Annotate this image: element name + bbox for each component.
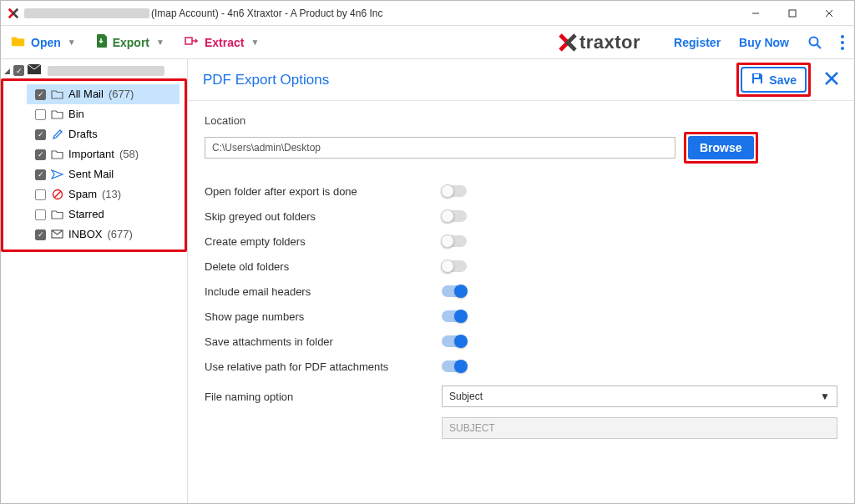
extract-icon — [185, 35, 200, 49]
folder-label: Bin — [68, 107, 84, 122]
option-toggle[interactable] — [442, 260, 467, 272]
app-logo-icon — [8, 8, 19, 19]
extract-menu[interactable]: Extract ▼ — [185, 35, 259, 49]
export-label: Export — [113, 36, 149, 49]
sent-icon — [51, 169, 63, 179]
save-button[interactable]: Save — [741, 67, 807, 93]
mail-icon — [28, 64, 41, 77]
option-toggle[interactable] — [442, 310, 467, 322]
option-toggle[interactable] — [442, 235, 467, 247]
option-toggle[interactable] — [442, 285, 467, 297]
folder-count: (13) — [102, 187, 121, 202]
option-toggle[interactable] — [442, 210, 467, 222]
option-toggle[interactable] — [442, 185, 467, 197]
search-icon[interactable] — [807, 35, 822, 50]
options-list: Open folder after export is doneSkip gre… — [205, 179, 837, 379]
window-minimize-button[interactable] — [737, 2, 774, 25]
folder-label: Drafts — [68, 127, 98, 142]
chevron-down-icon: ▼ — [156, 38, 164, 47]
svg-point-5 — [810, 37, 818, 45]
open-menu[interactable]: Open ▼ — [11, 34, 76, 50]
folder-item-starred[interactable]: Starred — [27, 204, 180, 224]
save-disk-icon — [751, 72, 764, 88]
svg-rect-12 — [754, 79, 761, 83]
folder-item-sent-mail[interactable]: ✓Sent Mail — [27, 164, 180, 184]
folder-sidebar: ◢ ✓ ✓All Mail (677)Bin✓Drafts✓Important … — [1, 59, 188, 503]
svg-rect-11 — [754, 74, 759, 78]
folder-icon — [51, 149, 63, 159]
svg-rect-4 — [185, 38, 192, 44]
brand-x-icon — [558, 33, 578, 53]
folder-label: Spam — [68, 187, 97, 202]
file-export-icon — [96, 33, 108, 51]
folder-label: Starred — [68, 207, 104, 222]
folder-count: (677) — [109, 87, 134, 102]
spam-icon — [51, 189, 63, 199]
collapse-icon: ◢ — [4, 67, 10, 75]
location-label: Location — [205, 114, 837, 127]
account-checkbox[interactable]: ✓ — [13, 65, 24, 76]
file-naming-preview — [442, 417, 837, 439]
folder-item-bin[interactable]: Bin — [27, 104, 180, 124]
option-toggle[interactable] — [442, 335, 467, 347]
register-link[interactable]: Register — [674, 36, 721, 49]
folder-checkbox[interactable]: ✓ — [35, 149, 46, 160]
folder-checkbox[interactable]: ✓ — [35, 229, 46, 240]
export-menu[interactable]: Export ▼ — [96, 33, 164, 51]
extract-label: Extract — [205, 36, 244, 49]
file-naming-value: Subject — [449, 391, 483, 402]
option-label: Include email headers — [205, 285, 442, 298]
folder-count: (677) — [107, 227, 132, 242]
folder-label: All Mail — [68, 87, 104, 102]
close-panel-button[interactable] — [824, 69, 839, 91]
inbox-icon — [51, 229, 63, 239]
account-root-item[interactable]: ◢ ✓ — [1, 63, 187, 78]
svg-line-6 — [817, 44, 822, 48]
file-naming-select[interactable]: Subject ▼ — [442, 386, 837, 407]
folder-count: (58) — [119, 147, 139, 162]
chevron-down-icon: ▼ — [820, 391, 830, 402]
file-naming-label: File naming option — [205, 391, 442, 403]
window-close-button[interactable] — [811, 2, 847, 25]
folder-checkbox[interactable]: ✓ — [35, 169, 46, 180]
folder-checkbox[interactable]: ✓ — [35, 129, 46, 140]
folder-icon — [51, 89, 63, 99]
folder-checkbox[interactable] — [35, 109, 46, 120]
folder-icon — [51, 109, 63, 119]
account-name-obscured — [24, 8, 149, 18]
more-menu-icon[interactable] — [841, 35, 844, 50]
option-toggle[interactable] — [442, 360, 467, 372]
svg-line-9 — [54, 191, 61, 198]
window-maximize-button[interactable] — [774, 2, 811, 25]
browse-button[interactable]: Browse — [688, 136, 754, 159]
draft-icon — [51, 129, 63, 139]
folder-checkbox[interactable] — [35, 189, 46, 200]
folder-item-important[interactable]: ✓Important (58) — [27, 144, 180, 164]
open-label: Open — [31, 36, 61, 49]
brand-logo: traxtor — [558, 32, 640, 53]
folder-icon — [51, 209, 63, 219]
location-input[interactable] — [205, 137, 675, 159]
account-name-obscured — [48, 66, 164, 76]
chevron-down-icon: ▼ — [68, 38, 76, 47]
folder-item-drafts[interactable]: ✓Drafts — [27, 124, 180, 144]
option-label: Create empty folders — [205, 235, 442, 248]
save-label: Save — [769, 73, 797, 87]
option-label: Save attachments in folder — [205, 335, 442, 348]
chevron-down-icon: ▼ — [250, 38, 259, 47]
folder-checkbox[interactable]: ✓ — [35, 89, 46, 100]
folder-label: INBOX — [68, 227, 102, 242]
window-title: (Imap Account) - 4n6 Xtraxtor - A Produc… — [151, 8, 737, 19]
folder-open-icon — [11, 34, 26, 50]
folder-item-inbox[interactable]: ✓INBOX (677) — [27, 224, 180, 244]
folder-item-spam[interactable]: Spam (13) — [27, 184, 180, 204]
folder-checkbox[interactable] — [35, 209, 46, 220]
folder-item-all-mail[interactable]: ✓All Mail (677) — [27, 84, 180, 104]
buy-now-link[interactable]: Buy Now — [739, 36, 789, 49]
option-label: Use relative path for PDF attachments — [205, 360, 442, 373]
option-label: Open folder after export is done — [205, 185, 442, 198]
option-label: Show page numbers — [205, 310, 442, 323]
brand-text: traxtor — [579, 32, 640, 53]
svg-rect-1 — [789, 10, 796, 17]
folder-list: ✓All Mail (677)Bin✓Drafts✓Important (58)… — [1, 78, 187, 252]
